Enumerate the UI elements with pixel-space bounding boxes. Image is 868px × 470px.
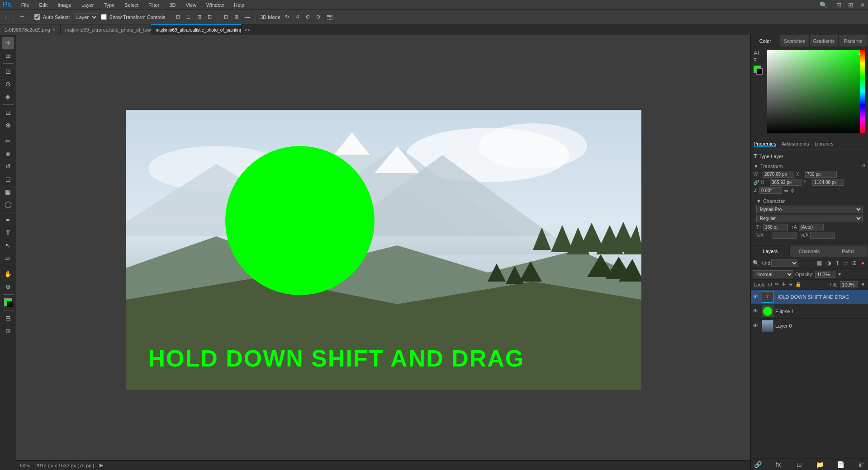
layers-tab-channels[interactable]: Channels <box>790 245 829 257</box>
menu-filter[interactable]: Filter <box>147 1 161 9</box>
menu-window[interactable]: Window <box>204 1 226 9</box>
layer-visibility-bg[interactable]: 👁 <box>753 322 760 329</box>
3d-btn4[interactable]: ⊙ <box>314 13 322 21</box>
lock-all-btn[interactable]: 🔒 <box>795 282 802 287</box>
history-brush-tool[interactable]: ↺ <box>2 160 14 172</box>
clone-tool[interactable]: ⊗ <box>2 148 14 160</box>
layer-visibility-ellipse[interactable]: 👁 <box>753 308 760 315</box>
close-icon[interactable]: ✕ <box>860 1 865 9</box>
delete-layer-btn[interactable]: 🗑 <box>856 460 866 470</box>
layer-kind-select[interactable] <box>771 259 798 267</box>
lock-artboard-btn[interactable]: ⊟ <box>788 282 792 287</box>
eraser-tool[interactable]: ◻ <box>2 173 14 185</box>
align-center-btn[interactable]: ☰ <box>185 13 193 21</box>
menu-image[interactable]: Image <box>56 1 73 9</box>
tracking-input[interactable] <box>772 232 797 239</box>
kerning-input[interactable] <box>810 232 835 239</box>
transform-h-input[interactable] <box>770 179 802 186</box>
fill-input[interactable] <box>840 281 858 288</box>
new-group-btn[interactable]: 📁 <box>815 460 825 470</box>
prop-tab-properties[interactable]: Properties <box>754 141 776 147</box>
hand-tool[interactable]: ✋ <box>2 268 14 280</box>
align-left-btn[interactable]: ⊟ <box>174 13 182 21</box>
opacity-input[interactable] <box>815 271 835 278</box>
zoom-tool[interactable]: ⊕ <box>2 281 14 292</box>
distribute-h-btn[interactable]: ⊞ <box>222 13 230 21</box>
right-arrow[interactable]: ▶ <box>100 462 103 468</box>
filter-toggle-btn[interactable]: ● <box>859 259 866 267</box>
align-right-btn[interactable]: ⊞ <box>195 13 203 21</box>
transform-x-input[interactable] <box>805 171 837 178</box>
layers-tab-layers[interactable]: Layers <box>751 245 790 257</box>
move-tool-btn[interactable]: ✛ <box>18 13 26 21</box>
text-tool[interactable]: T <box>2 227 14 239</box>
lasso-tool[interactable]: ⊙ <box>2 78 14 90</box>
foreground-color[interactable] <box>2 296 14 308</box>
menu-type[interactable]: Type <box>102 1 116 9</box>
filter-smart-btn[interactable]: ⊞ <box>850 259 859 267</box>
font-select[interactable]: Myriad Pro <box>756 206 863 213</box>
shape-tool[interactable]: ▱ <box>2 252 14 264</box>
lock-position-btn[interactable]: ✛ <box>782 282 786 287</box>
menu-edit[interactable]: Edit <box>37 1 49 9</box>
3d-btn2[interactable]: ↺ <box>294 13 301 21</box>
tab-expand-btn[interactable]: >> <box>242 27 253 33</box>
path-select-tool[interactable]: ↖ <box>2 240 14 251</box>
menu-layer[interactable]: Layer <box>80 1 96 9</box>
align-top-btn[interactable]: ⊡ <box>206 13 213 21</box>
workspace-icon[interactable]: ⊟ <box>836 1 842 9</box>
3d-camera-btn[interactable]: 📷 <box>325 13 335 21</box>
color-tab-swatches[interactable]: Swatches <box>780 35 810 47</box>
layer-select[interactable]: Layer <box>73 13 98 21</box>
canvas-container[interactable]: HOLD DOWN SHIFT AND DRAG <box>16 35 750 460</box>
opacity-arrow[interactable]: ▼ <box>837 272 842 277</box>
move-tool[interactable]: ✛ <box>2 37 14 49</box>
new-layer-btn[interactable]: 📄 <box>835 460 845 470</box>
menu-view[interactable]: View <box>184 1 198 9</box>
eyedropper-tool[interactable]: ⊕ <box>2 119 14 131</box>
gradient-tool[interactable]: ▦ <box>2 186 14 197</box>
filter-adj-btn[interactable]: ◑ <box>825 259 833 267</box>
filter-shape-btn[interactable]: ▱ <box>842 259 849 267</box>
transform-y-input[interactable] <box>812 179 844 186</box>
link-layers-btn[interactable]: 🔗 <box>753 460 763 470</box>
3d-btn3[interactable]: ⊕ <box>304 13 312 21</box>
flip-v-btn[interactable]: ⇕ <box>790 188 795 194</box>
lock-transparent-btn[interactable]: ⊡ <box>768 282 772 287</box>
home-button[interactable]: ⌂ <box>3 14 9 21</box>
artboard-tool[interactable]: ⊞ <box>2 50 14 61</box>
arrange-icon[interactable]: ⊞ <box>848 1 854 9</box>
transform-w-input[interactable] <box>763 171 794 178</box>
show-transform-checkbox[interactable] <box>101 14 107 20</box>
transform-angle-input[interactable] <box>759 187 782 194</box>
tab-3[interactable]: majkinio69_ultrarealistic_photo_of_paint… <box>151 24 242 35</box>
pen-tool[interactable]: ✒ <box>2 214 14 226</box>
quick-select-tool[interactable]: ◈ <box>2 91 14 103</box>
dodge-tool[interactable]: ◯ <box>2 198 14 210</box>
leading-input[interactable] <box>799 224 824 230</box>
screen-mode-btn[interactable]: ⊞ <box>2 325 14 337</box>
ai-icon[interactable]: AI <box>754 50 764 56</box>
menu-help[interactable]: Help <box>232 1 246 9</box>
layers-tab-paths[interactable]: Paths <box>829 245 868 257</box>
distribute-v-btn[interactable]: ⊠ <box>232 13 240 21</box>
prop-tab-adjustments[interactable]: Adjustments <box>782 141 809 147</box>
blend-mode-select[interactable]: Normal <box>753 270 793 278</box>
link-icon[interactable]: 🔗 <box>754 180 759 185</box>
search-icon[interactable]: 🔍 <box>820 1 827 9</box>
tab-1-close[interactable]: ✕ <box>52 27 56 32</box>
add-style-btn[interactable]: fx <box>773 460 783 470</box>
add-mask-btn[interactable]: ⊡ <box>794 460 804 470</box>
app-icon[interactable]: Ps <box>3 1 11 9</box>
auto-select-checkbox[interactable] <box>34 14 40 20</box>
filter-type-btn[interactable]: T <box>834 259 840 267</box>
type-icon[interactable]: Ŧ <box>754 57 764 63</box>
tab-1[interactable]: 1-0f98678c2ed9.png ✕ <box>0 24 61 35</box>
layer-visibility-text[interactable]: 👁 <box>753 293 760 300</box>
color-tab-patterns[interactable]: Patterns <box>839 35 868 47</box>
brush-tool[interactable]: ✏ <box>2 135 14 147</box>
layer-item-ellipse[interactable]: 👁 Ellipse 1 <box>751 304 868 319</box>
3d-btn1[interactable]: ↻ <box>283 13 291 21</box>
crop-tool[interactable]: ⊡ <box>2 107 14 118</box>
quick-mask-btn[interactable]: ⊟ <box>2 312 14 324</box>
